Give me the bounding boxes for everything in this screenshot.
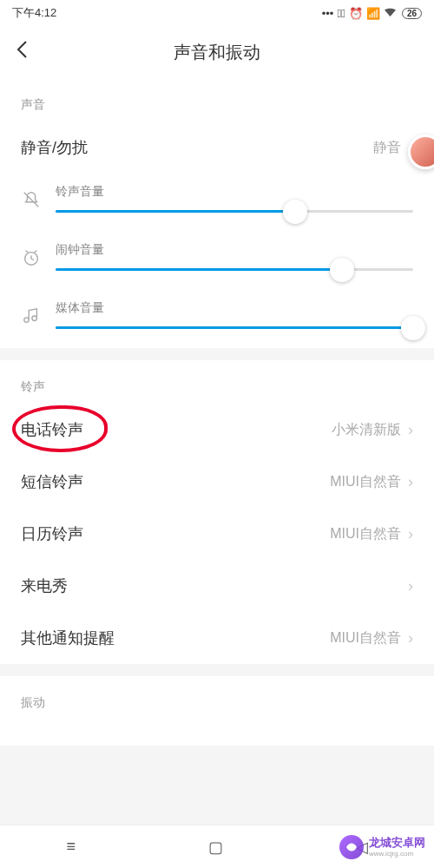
dnd-icon: ✕⃠	[337, 7, 345, 20]
mute-value-text: 静音	[373, 139, 401, 157]
other-notification-text: MIUI自然音	[330, 629, 401, 648]
phone-ringtone-row[interactable]: 电话铃声 小米清新版 ›	[0, 404, 434, 456]
mute-dnd-row[interactable]: 静音/勿扰 静音 ›	[0, 122, 434, 174]
status-right: ••• ✕⃠ ⏰ 📶 26	[322, 7, 422, 20]
calendar-ringtone-text: MIUI自然音	[330, 525, 401, 543]
page-title: 声音和振动	[174, 41, 260, 64]
watermark: 龙城安卓网 www.lcjrg.com	[339, 835, 425, 859]
alarm-volume-slider[interactable]	[56, 268, 413, 271]
sms-ringtone-row[interactable]: 短信铃声 MIUI自然音 ›	[0, 456, 434, 508]
clock-icon	[21, 248, 42, 271]
vibration-row-partial[interactable]	[0, 720, 434, 746]
chevron-right-icon: ›	[408, 629, 413, 648]
chevron-right-icon: ›	[408, 473, 413, 491]
chevron-right-icon: ›	[408, 421, 413, 439]
slider-thumb[interactable]	[330, 258, 354, 282]
signal-icon: 📶	[366, 7, 380, 20]
section-header-sound: 声音	[0, 78, 434, 122]
section-header-ringtone: 铃声	[0, 360, 434, 404]
bell-mute-icon	[21, 190, 42, 213]
watermark-logo-icon	[339, 835, 364, 859]
media-volume-label: 媒体音量	[56, 300, 413, 316]
chevron-right-icon: ›	[408, 577, 413, 595]
alarm-icon: ⏰	[349, 7, 363, 20]
nav-home-icon[interactable]: ▢	[208, 838, 223, 857]
section-header-vibration: 振动	[0, 676, 434, 720]
other-notification-label: 其他通知提醒	[21, 628, 115, 648]
status-bar: 下午4:12 ••• ✕⃠ ⏰ 📶 26	[0, 0, 434, 26]
media-volume-slider[interactable]	[56, 326, 413, 329]
wifi-icon	[384, 7, 397, 20]
music-note-icon	[21, 306, 42, 329]
slider-thumb[interactable]	[283, 200, 307, 224]
alarm-volume-row: 闹钟音量	[0, 232, 434, 290]
ring-volume-label: 铃声音量	[56, 184, 413, 200]
header: 声音和振动	[0, 26, 434, 78]
calendar-ringtone-value: MIUI自然音 ›	[330, 525, 413, 543]
caller-show-label: 来电秀	[21, 575, 68, 596]
calendar-ringtone-label: 日历铃声	[21, 523, 83, 544]
chevron-right-icon: ›	[408, 525, 413, 543]
caller-show-row[interactable]: 来电秀 ›	[0, 560, 434, 612]
watermark-title: 龙城安卓网	[369, 837, 425, 849]
mute-dnd-value: 静音 ›	[373, 139, 413, 157]
sms-ringtone-label: 短信铃声	[21, 471, 83, 492]
ring-volume-row: 铃声音量	[0, 174, 434, 232]
alarm-volume-label: 闹钟音量	[56, 242, 413, 258]
watermark-sub: www.lcjrg.com	[369, 850, 425, 858]
phone-ringtone-text: 小米清新版	[332, 421, 401, 439]
mute-dnd-label: 静音/勿扰	[21, 137, 88, 158]
dots-icon: •••	[322, 7, 334, 20]
calendar-ringtone-row[interactable]: 日历铃声 MIUI自然音 ›	[0, 508, 434, 560]
nav-recents-icon[interactable]: ≡	[66, 838, 76, 856]
status-icons: ••• ✕⃠ ⏰ 📶	[322, 7, 397, 20]
slider-thumb[interactable]	[401, 316, 425, 340]
other-notification-row[interactable]: 其他通知提醒 MIUI自然音 ›	[0, 612, 434, 664]
ring-volume-slider[interactable]	[56, 210, 413, 213]
battery-badge: 26	[402, 8, 422, 19]
media-volume-row: 媒体音量	[0, 290, 434, 348]
other-notification-value: MIUI自然音 ›	[330, 629, 413, 648]
status-time: 下午4:12	[12, 5, 56, 21]
phone-ringtone-label: 电话铃声	[21, 419, 83, 440]
phone-ringtone-value: 小米清新版 ›	[332, 421, 413, 439]
sms-ringtone-text: MIUI自然音	[330, 473, 401, 491]
sms-ringtone-value: MIUI自然音 ›	[330, 473, 413, 491]
caller-show-value: ›	[408, 577, 413, 595]
back-button[interactable]	[16, 40, 42, 64]
